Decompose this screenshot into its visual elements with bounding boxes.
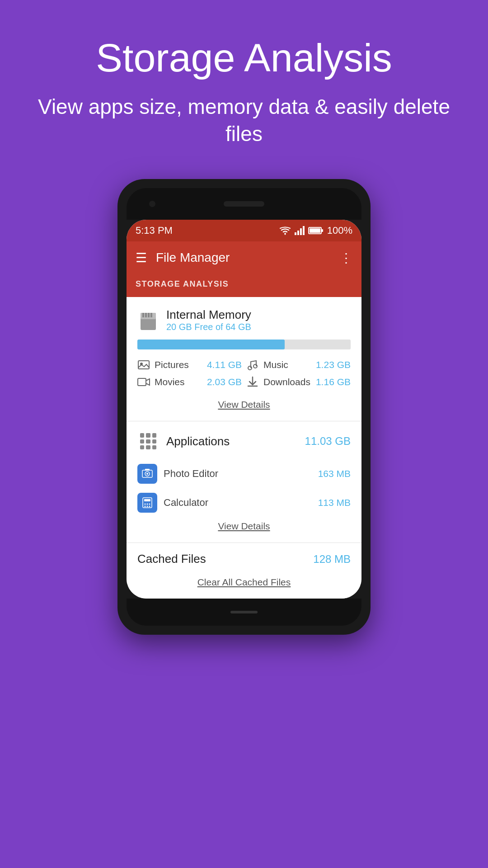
phone-bottom-bezel	[127, 599, 361, 626]
app-bar: ☰ File Manager ⋮	[127, 241, 361, 274]
app-item-photo-editor: Photo Editor 163 MB	[137, 459, 351, 488]
hero-title: Storage Analysis	[27, 36, 461, 80]
phone-outer: 5:13 PM	[117, 179, 371, 635]
section-header: STORAGE ANALYSIS	[127, 274, 361, 297]
wifi-icon	[279, 226, 291, 235]
calculator-name: Calculator	[164, 497, 312, 509]
svg-point-24	[145, 504, 146, 505]
content-area: Internal Memory 20 GB Free of 64 GB	[127, 297, 361, 599]
storage-item-pictures: Pictures 4.11 GB	[137, 359, 242, 371]
status-icons: 100%	[279, 225, 352, 236]
svg-point-29	[149, 506, 150, 507]
apps-header: Applications 11.03 GB	[137, 430, 351, 452]
hero-section: Storage Analysis View apps size, memory …	[0, 0, 488, 165]
speaker-grill	[224, 201, 264, 207]
calculator-size: 113 MB	[318, 497, 351, 508]
clear-cached-button[interactable]: Clear All Cached Files	[137, 573, 351, 591]
cached-size: 128 MB	[313, 553, 351, 566]
movies-label: Movies	[155, 377, 202, 387]
svg-rect-10	[145, 313, 147, 317]
cached-files-section: Cached Files 128 MB Clear All Cached Fil…	[127, 543, 361, 599]
battery-percent: 100%	[327, 225, 352, 236]
hero-subtitle: View apps size, memory data & easily del…	[27, 94, 461, 148]
svg-point-25	[147, 504, 148, 505]
phone-screen: 5:13 PM	[127, 220, 361, 599]
internal-memory-section: Internal Memory 20 GB Free of 64 GB	[127, 297, 361, 421]
app-bar-title: File Manager	[156, 250, 340, 265]
svg-point-26	[149, 504, 150, 505]
phone-top-bezel	[127, 188, 361, 220]
movies-icon	[137, 376, 150, 388]
status-time: 5:13 PM	[136, 225, 173, 236]
music-icon	[246, 359, 259, 371]
phone-mockup: 5:13 PM	[117, 179, 371, 635]
cached-title: Cached Files	[137, 552, 206, 566]
pictures-size: 4.11 GB	[207, 359, 242, 370]
status-bar: 5:13 PM	[127, 220, 361, 241]
svg-point-27	[145, 506, 146, 507]
music-size: 1.23 GB	[316, 359, 351, 370]
storage-header: Internal Memory 20 GB Free of 64 GB	[137, 308, 351, 332]
svg-rect-9	[142, 313, 144, 317]
storage-info: Internal Memory 20 GB Free of 64 GB	[166, 308, 251, 332]
pictures-icon	[137, 359, 150, 371]
storage-progress-bar	[137, 340, 351, 349]
storage-item-downloads: Downloads 1.16 GB	[246, 376, 351, 388]
storage-title: Internal Memory	[166, 308, 251, 322]
storage-items-grid: Pictures 4.11 GB	[137, 359, 351, 388]
section-header-label: STORAGE ANALYSIS	[136, 279, 229, 288]
svg-rect-13	[138, 361, 149, 369]
svg-point-28	[147, 506, 148, 507]
svg-rect-17	[138, 378, 146, 386]
music-label: Music	[263, 359, 311, 370]
downloads-size: 1.16 GB	[316, 377, 351, 387]
svg-rect-21	[145, 469, 150, 471]
cached-header: Cached Files 128 MB	[137, 552, 351, 566]
photo-editor-size: 163 MB	[318, 468, 351, 479]
storage-item-music: Music 1.23 GB	[246, 359, 351, 371]
svg-rect-12	[150, 313, 152, 317]
applications-section: Applications 11.03 GB Photo E	[127, 421, 361, 542]
svg-rect-5	[310, 228, 320, 233]
apps-total-size: 11.03 GB	[305, 435, 351, 448]
svg-rect-11	[148, 313, 150, 317]
progress-bar-fill	[137, 340, 285, 349]
app-item-calculator: Calculator 113 MB	[137, 488, 351, 517]
storage-view-details-link[interactable]: View Details	[137, 396, 351, 414]
apps-view-details-link[interactable]: View Details	[137, 517, 351, 535]
svg-point-20	[146, 473, 148, 475]
pictures-label: Pictures	[155, 359, 202, 370]
menu-icon[interactable]: ☰	[136, 250, 147, 265]
photo-editor-name: Photo Editor	[164, 468, 312, 480]
svg-rect-2	[300, 228, 302, 235]
home-indicator	[230, 611, 258, 613]
storage-item-movies: Movies 2.03 GB	[137, 376, 242, 388]
photo-editor-icon	[137, 464, 157, 484]
downloads-icon	[246, 376, 259, 388]
storage-free: 20 GB Free of 64 GB	[166, 322, 251, 332]
sd-card-icon	[137, 309, 159, 331]
downloads-label: Downloads	[263, 377, 311, 387]
svg-rect-3	[303, 226, 305, 235]
svg-rect-6	[322, 229, 323, 232]
apps-grid-icon	[137, 430, 159, 452]
svg-rect-23	[144, 499, 150, 501]
signal-icon	[295, 226, 305, 235]
svg-rect-0	[295, 232, 296, 235]
svg-rect-1	[297, 231, 299, 235]
front-camera	[149, 201, 155, 207]
battery-icon	[308, 226, 324, 235]
apps-title: Applications	[166, 434, 298, 448]
movies-size: 2.03 GB	[207, 377, 242, 387]
more-options-icon[interactable]: ⋮	[340, 250, 352, 265]
calculator-icon	[137, 493, 157, 513]
